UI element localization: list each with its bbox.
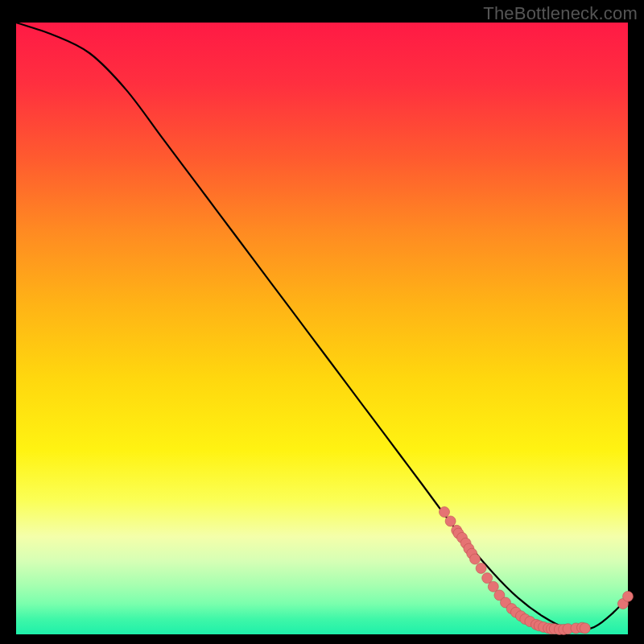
scatter-point [476, 563, 486, 573]
scatter-group [440, 507, 634, 635]
scatter-point [440, 507, 450, 518]
bottleneck-curve-path [16, 23, 628, 630]
plot-area [16, 23, 628, 634]
chart-stage: TheBottleneck.com [0, 0, 644, 644]
watermark-text: TheBottleneck.com [483, 3, 638, 24]
scatter-point [445, 516, 456, 526]
scatter-point [470, 554, 481, 564]
scatter-point [580, 623, 590, 634]
scatter-point [482, 573, 493, 584]
scatter-point [623, 591, 634, 601]
chart-svg [16, 23, 628, 634]
scatter-point [488, 581, 498, 592]
